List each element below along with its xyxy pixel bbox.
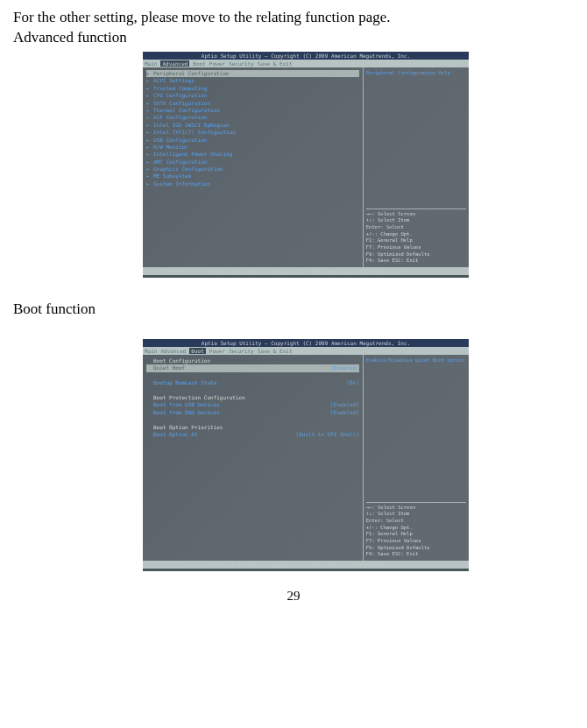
menu-item[interactable]: ▸ACPI Settings — [146, 77, 359, 84]
key-hint: F7: Previous Values — [366, 244, 466, 251]
bios-header: Aptio Setup Utility – Copyright (C) 2009… — [143, 339, 469, 347]
menu-item[interactable]: ▸ME Subsystem — [146, 173, 359, 180]
menubar-tab-boot[interactable]: Boot — [189, 348, 205, 354]
key-hint: →←: Select Screen — [366, 505, 466, 512]
menu-item-label: ME Subsystem — [153, 173, 191, 180]
bios-menu-list: Boot Configuration Quiet Boot[Enabled] B… — [143, 355, 364, 561]
menu-item-label: System Information — [153, 180, 210, 187]
submenu-arrow-icon: ▸ — [146, 92, 153, 99]
menu-item[interactable]: Boot from ODD Devices[Enabled] — [146, 409, 359, 416]
key-help: →←: Select Screen↑↓: Select ItemEnter: S… — [366, 209, 466, 265]
menu-item[interactable]: ▸Graphics Configuration — [146, 166, 359, 173]
key-hint: F9: Optimized Defaults — [366, 545, 466, 552]
key-hint: Enter: Select — [366, 518, 466, 525]
key-hint: +/-: Change Opt. — [366, 231, 466, 238]
menu-item[interactable]: ▸Intel IGD SWSCI OpRegion — [146, 122, 359, 129]
menu-item-value: [Built-in EFI Shell] — [279, 431, 359, 438]
menu-item-label: USB Configuration — [153, 137, 207, 144]
menu-item-label: Boot Configuration — [153, 357, 210, 364]
key-hint: F7: Previous Values — [366, 538, 466, 545]
bios-help-pane: Enables/Disables Quiet Boot option →←: S… — [364, 355, 469, 561]
submenu-arrow-icon: ▸ — [146, 114, 153, 121]
menubar-tab-boot[interactable]: Boot — [193, 60, 205, 67]
menu-item[interactable]: ▸H/W Monitor — [146, 144, 359, 151]
key-hint: →←: Select Screen — [366, 211, 466, 218]
menu-item-label: Boot Option #1 — [153, 431, 198, 438]
menu-item[interactable]: ▸ASF Configuration — [146, 114, 359, 121]
menubar-tab-security[interactable]: Security — [229, 348, 254, 354]
menu-item[interactable]: Bootup NumLock State[On] — [146, 379, 359, 386]
menu-item[interactable]: ▸Intel TXT(LT) Configuation — [146, 129, 359, 136]
submenu-arrow-icon: ▸ — [146, 137, 153, 144]
menu-item[interactable]: ▸AMT Configuration — [146, 159, 359, 166]
menu-item[interactable]: ▸SATA Configuration — [146, 100, 359, 107]
menu-heading: Boot Option Priorities — [146, 424, 359, 431]
submenu-arrow-icon: ▸ — [146, 151, 153, 158]
menu-heading: Boot Protection Configuration — [146, 394, 359, 401]
bios-screenshot-boot: Aptio Setup Utility – Copyright (C) 2009… — [143, 339, 469, 571]
bios-screenshot-advanced: Aptio Setup Utility – Copyright (C) 2009… — [143, 52, 469, 278]
bios-menubar: MainAdvancedBootPowerSecuritySave & Exit — [143, 347, 469, 355]
submenu-arrow-icon: ▸ — [146, 100, 153, 107]
bios-help-pane: Peripheral Configuration Help →←: Select… — [364, 67, 469, 267]
menu-item[interactable]: ▸CPU Configuration — [146, 92, 359, 99]
menu-item-label: Boot from USB Devices — [153, 401, 220, 408]
menu-item-label: CPU Configuration — [153, 92, 207, 99]
menu-item-label: SATA Configuration — [153, 100, 210, 107]
menu-item-label: Peripheral Configuration — [153, 70, 230, 77]
submenu-arrow-icon: ▸ — [146, 122, 153, 129]
menu-item[interactable]: ▸System Information — [146, 180, 359, 187]
key-hint: F4: Save ESC: Exit — [366, 551, 466, 558]
menu-item-label: Quiet Boot — [153, 364, 185, 371]
menu-item-label: ACPI Settings — [153, 77, 194, 84]
menubar-tab-save-exit[interactable]: Save & Exit — [258, 60, 293, 67]
menu-item-label: Intelligent Power Sharing — [153, 151, 232, 158]
menubar-tab-advanced[interactable]: Advanced — [160, 348, 186, 354]
menu-item-value: [Enabled] — [313, 409, 359, 416]
menubar-tab-power[interactable]: Power — [209, 348, 225, 354]
help-title: Enables/Disables Quiet Boot option — [366, 357, 466, 364]
submenu-arrow-icon: ▸ — [146, 70, 153, 77]
menubar-tab-main[interactable]: Main — [145, 60, 157, 67]
menubar-tab-security[interactable]: Security — [229, 60, 254, 67]
key-hint: ↑↓: Select Item — [366, 217, 466, 224]
menu-item-value: [On] — [329, 379, 358, 386]
menu-item-label: Trusted Computing — [153, 85, 207, 92]
menu-item[interactable]: ▸USB Configuration — [146, 137, 359, 144]
bios-menubar: MainAdvancedBootPowerSecuritySave & Exit — [143, 60, 469, 67]
menu-item[interactable]: ▸Intelligent Power Sharing — [146, 151, 359, 158]
menubar-tab-power[interactable]: Power — [209, 60, 225, 67]
menu-item[interactable]: ▸Thermal Configuration — [146, 107, 359, 114]
menu-item[interactable]: ▸Peripheral Configuration — [146, 70, 359, 77]
menu-item[interactable]: Boot from USB Devices[Enabled] — [146, 401, 359, 408]
submenu-arrow-icon: ▸ — [146, 159, 153, 166]
bios-footer: Version 2.00.1201. Copyright (C) 2009 Am… — [143, 561, 469, 569]
intro-text: For the other setting, please move to th… — [13, 9, 574, 26]
menu-item[interactable]: Boot Option #1[Built-in EFI Shell] — [146, 431, 359, 438]
menubar-tab-main[interactable]: Main — [145, 348, 157, 354]
menu-item-label: Bootup NumLock State — [153, 379, 216, 386]
key-hint: F1: General Help — [366, 531, 466, 538]
key-hint: ↑↓: Select Item — [366, 511, 466, 518]
menu-item[interactable]: Quiet Boot[Enabled] — [146, 364, 359, 371]
menu-item-label: AMT Configuration — [153, 159, 207, 166]
menu-item-label: Boot Protection Configuration — [153, 394, 245, 401]
menubar-tab-advanced[interactable]: Advanced — [160, 60, 189, 67]
menubar-tab-save-exit[interactable]: Save & Exit — [258, 348, 293, 354]
section-title-boot: Boot function — [13, 300, 574, 318]
submenu-arrow-icon: ▸ — [146, 129, 153, 136]
key-hint: F9: Optimized Defaults — [366, 251, 466, 258]
submenu-arrow-icon: ▸ — [146, 107, 153, 114]
key-hint: F4: Save ESC: Exit — [366, 258, 466, 265]
menu-item-label: Boot from ODD Devices — [153, 409, 220, 416]
menu-item-label: ASF Configuration — [153, 114, 207, 121]
key-hint: Enter: Select — [366, 224, 466, 231]
menu-item-value: [Enabled] — [313, 364, 359, 371]
menu-item[interactable]: ▸Trusted Computing — [146, 85, 359, 92]
menu-item-value: [Enabled] — [313, 401, 359, 408]
key-hint: F1: General Help — [366, 237, 466, 244]
key-help: →←: Select Screen↑↓: Select ItemEnter: S… — [366, 502, 466, 559]
menu-item-label: H/W Monitor — [153, 144, 188, 151]
menu-item-label: Thermal Configuration — [153, 107, 220, 114]
key-hint: +/-: Change Opt. — [366, 525, 466, 532]
